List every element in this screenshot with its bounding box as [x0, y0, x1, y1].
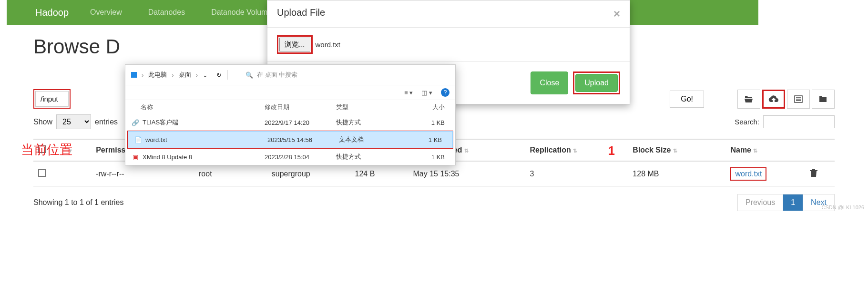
- pagination: Previous 1 Next: [737, 194, 835, 211]
- page-number[interactable]: 1: [783, 194, 803, 211]
- search-icon: 🔍: [245, 71, 253, 79]
- show-prefix: Show: [33, 118, 52, 126]
- annotation-5: 5: [629, 210, 636, 211]
- fp-col-type[interactable]: 类型: [336, 103, 400, 112]
- browse-button[interactable]: 浏览...: [279, 38, 310, 51]
- pc-icon: [131, 72, 137, 78]
- list-icon: [794, 95, 803, 103]
- nav-overview[interactable]: Overview: [90, 8, 122, 17]
- trash-icon: [810, 169, 817, 177]
- chevron-icon: ›: [172, 71, 174, 79]
- col-name[interactable]: Name: [730, 146, 751, 154]
- fp-col-date[interactable]: 修改日期: [265, 103, 336, 112]
- entries-select[interactable]: 25: [56, 114, 91, 129]
- brand[interactable]: Hadoop: [35, 7, 69, 18]
- breadcrumb-pc[interactable]: 此电脑: [148, 71, 167, 79]
- annotation-1: 1: [608, 144, 615, 158]
- show-suffix: entries: [95, 118, 118, 126]
- modal-title: Upload File: [277, 7, 325, 20]
- close-button[interactable]: Close: [531, 71, 568, 94]
- fp-file-row[interactable]: 🔗TLIAS客户端 2022/9/17 14:20 快捷方式 1 KB: [125, 114, 455, 131]
- nav-datanodes[interactable]: Datanodes: [148, 8, 185, 17]
- help-icon[interactable]: ?: [441, 88, 449, 97]
- chevron-icon: ›: [196, 71, 198, 79]
- fp-col-name[interactable]: 名称: [131, 103, 265, 112]
- fp-search-placeholder: 在 桌面 中搜索: [257, 71, 297, 79]
- modal-close-button[interactable]: ×: [613, 7, 620, 20]
- upload-highlight: Upload: [573, 71, 620, 94]
- search-input[interactable]: [763, 115, 835, 128]
- fp-selected-highlight: 📄word.txt 2023/5/15 14:56 文本文档 1 KB: [127, 131, 453, 149]
- path-input-highlight: [33, 89, 71, 109]
- prev-button[interactable]: Previous: [738, 194, 783, 211]
- fp-toolbar: ≡ ▾ ◫ ▾ ?: [125, 85, 455, 100]
- xmind-icon: ▣: [131, 153, 140, 161]
- fp-file-row[interactable]: ▣XMind 8 Update 8 2023/2/28 15:04 快捷方式 1…: [125, 149, 455, 165]
- paste-button[interactable]: [812, 90, 835, 109]
- fp-col-size[interactable]: 大小: [400, 103, 449, 112]
- folder-share-icon: [818, 95, 828, 103]
- new-folder-button[interactable]: [737, 90, 760, 109]
- search-label: Search:: [735, 118, 759, 126]
- upload-button-icon[interactable]: [762, 90, 785, 109]
- folder-open-icon: [744, 95, 754, 103]
- refresh-button[interactable]: ↻: [216, 71, 222, 79]
- cell-block: 128 MB: [628, 161, 725, 187]
- toolbar-icon-group: [737, 90, 835, 109]
- delete-button[interactable]: [810, 171, 817, 179]
- browse-highlight: 浏览...: [277, 35, 313, 54]
- selected-filename: word.txt: [316, 41, 341, 49]
- cell-replication: 3: [525, 161, 628, 187]
- dropdown-icon[interactable]: ⌄: [203, 71, 208, 79]
- entries-info: Showing 1 to 1 of 1 entries: [33, 198, 123, 207]
- col-replication[interactable]: Replication: [530, 146, 571, 154]
- app-icon: 🔗: [131, 118, 140, 127]
- annotation-location: 当前位置: [21, 141, 72, 158]
- breadcrumb-desktop[interactable]: 桌面: [179, 71, 191, 79]
- watermark: CSDN @LKL1026: [822, 204, 864, 210]
- view-menu-icon[interactable]: ≡ ▾: [404, 89, 413, 96]
- cut-button[interactable]: [787, 90, 810, 109]
- go-button[interactable]: Go!: [670, 91, 704, 108]
- fp-columns: 名称 修改日期 类型 大小: [125, 100, 455, 114]
- txt-icon: 📄: [134, 135, 143, 144]
- col-block[interactable]: Block Size: [633, 146, 671, 154]
- upload-submit-button[interactable]: Upload: [575, 74, 618, 92]
- fp-search[interactable]: 🔍 在 桌面 中搜索: [241, 69, 449, 81]
- file-link[interactable]: word.txt: [730, 167, 766, 181]
- fp-file-row[interactable]: 📄word.txt 2023/5/15 14:56 文本文档 1 KB: [128, 132, 452, 148]
- row-checkbox[interactable]: [38, 169, 46, 177]
- layout-icon[interactable]: ◫ ▾: [421, 89, 432, 96]
- cloud-upload-icon: [768, 95, 779, 103]
- file-picker: › 此电脑 › 桌面 › ⌄ ↻ 🔍 在 桌面 中搜索 ≡ ▾ ◫ ▾ ? 名称…: [125, 64, 456, 165]
- footer-row: Showing 1 to 1 of 1 entries Previous 1 N…: [33, 194, 835, 211]
- chevron-icon: ›: [142, 71, 143, 79]
- nav-datanode-volume[interactable]: Datanode Volum: [211, 8, 267, 17]
- fp-header: › 此电脑 › 桌面 › ⌄ ↻ 🔍 在 桌面 中搜索: [125, 65, 455, 85]
- path-input[interactable]: [35, 91, 69, 107]
